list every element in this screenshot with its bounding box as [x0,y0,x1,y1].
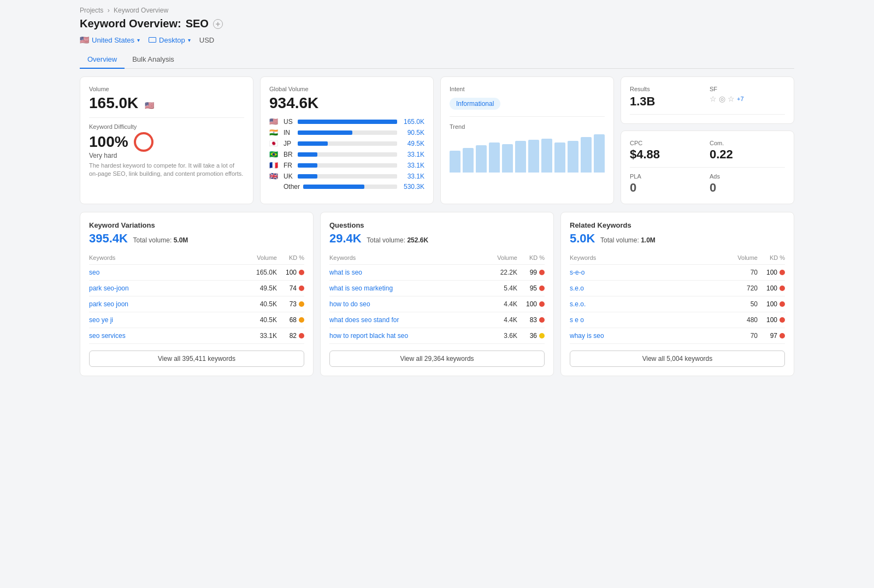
keyword-variations-card: Keyword Variations 395.4K Total volume: … [80,212,314,376]
row-kd: 99 [517,269,545,276]
q-total: 252.6K [407,236,428,244]
keyword-link[interactable]: what is seo [329,269,479,276]
country-row: 🇺🇸 US 165.0K [269,117,424,126]
table-row: s-e-o 70 100 [570,265,785,281]
keyword-link[interactable]: what does seo stand for [329,316,479,324]
q-view-all[interactable]: View all 29,364 keywords [329,351,545,367]
sf-icons: ☆ ◎ ☆ +7 [710,94,785,103]
q-count: 29.4K [329,231,362,245]
keyword-link[interactable]: seo services [89,332,239,340]
main-metrics-grid: Volume 165.0K 🇺🇸 Keyword Difficulty 100%… [80,76,794,204]
sf-more[interactable]: +7 [737,96,744,102]
table-row: what is seo 22.2K 99 [329,265,545,281]
right-metrics-column: Results 1.3B SF ☆ ◎ ☆ +7 [621,76,794,204]
rk-th-volume: Volume [719,254,758,261]
keyword-link[interactable]: s e o [570,316,719,324]
kd-dot [539,317,545,323]
device-selector[interactable]: Desktop ▾ [149,36,191,44]
country-selector[interactable]: 🇺🇸 United States ▾ [80,35,140,44]
table-row: seo ye ji 40.5K 68 [89,312,304,328]
keyword-link[interactable]: seo [89,269,239,276]
keyword-link[interactable]: s.e.o. [570,300,719,308]
q-th-keywords: Keywords [329,254,479,261]
keyword-link[interactable]: whay is seo [570,332,719,340]
toolbar: 🇺🇸 United States ▾ Desktop ▾ USD [80,35,794,44]
kd-dot [779,317,785,323]
sf-icon-3: ☆ [728,94,735,103]
keyword-link[interactable]: s.e.o [570,284,719,292]
global-volume-value: 934.6K [269,94,424,112]
kv-count: 395.4K [89,231,128,245]
keyword-link[interactable]: park seo joon [89,300,239,308]
table-row: seo 165.0K 100 [89,265,304,281]
country-row: 🇯🇵 JP 49.5K [269,139,424,147]
keyword-link[interactable]: park seo-joon [89,284,239,292]
bottom-grid: Keyword Variations 395.4K Total volume: … [80,212,794,376]
trend-bar [541,139,552,173]
keyword-link[interactable]: how to do seo [329,300,479,308]
breadcrumb-current: Keyword Overview [114,7,168,14]
kv-total: 5.0M [174,236,188,244]
intent-section: Intent Informational [450,86,605,117]
intent-badge: Informational [450,98,500,110]
keyword-link[interactable]: how to report black hat seo [329,332,479,340]
row-volume: 720 [719,284,758,292]
rk-th-keywords: Keywords [570,254,719,261]
rk-title: Related Keywords [570,221,785,229]
table-row: park seo joon 40.5K 73 [89,296,304,312]
trend-bar [594,134,605,173]
cpc-metrics-card: CPC $4.88 Com. 0.22 PLA 0 Ads [621,130,794,204]
row-kd: 100 [758,284,785,292]
row-volume: 4.4K [479,300,517,308]
trend-bar [568,141,578,173]
add-keyword-icon[interactable]: + [213,19,223,29]
cpc-value: $4.88 [630,147,705,162]
kv-view-all[interactable]: View all 395,411 keywords [89,351,304,367]
row-volume: 3.6K [479,332,517,340]
sf-label: SF [710,86,785,92]
row-volume: 5.4K [479,284,517,292]
trend-bar [515,141,526,173]
kd-dot [779,286,785,291]
tab-overview[interactable]: Overview [80,51,125,69]
table-row: how to do seo 4.4K 100 [329,296,545,312]
breadcrumb-parent[interactable]: Projects [80,7,103,14]
kv-table-header: Keywords Volume KD % [89,251,304,265]
trend-bar [554,142,565,173]
row-kd: 36 [517,332,545,340]
currency-label: USD [199,36,214,44]
sf-block: SF ☆ ◎ ☆ +7 [710,86,785,109]
sf-icon-1: ☆ [710,94,717,103]
device-chevron-icon: ▾ [188,37,191,43]
volume-label: Volume [89,86,244,92]
row-kd: 83 [517,316,545,324]
trend-bar [581,137,592,173]
row-volume: 165.0K [239,269,277,276]
row-volume: 480 [719,316,758,324]
row-volume: 40.5K [239,316,277,324]
kd-dot [539,301,545,307]
trend-bar [528,140,539,173]
keyword-link[interactable]: what is seo marketing [329,284,479,292]
q-th-volume: Volume [479,254,517,261]
ads-value: 0 [710,181,785,195]
table-row: s.e.o. 50 100 [570,296,785,312]
rk-view-all[interactable]: View all 5,004 keywords [570,351,785,367]
keyword-link[interactable]: s-e-o [570,269,719,276]
kd-dot [779,301,785,307]
kd-dot [299,317,304,323]
kd-dot [299,270,304,275]
tab-bulk-analysis[interactable]: Bulk Analysis [125,51,182,69]
row-kd: 100 [758,300,785,308]
row-volume: 40.5K [239,300,277,308]
trend-bar [489,142,500,173]
keyword-link[interactable]: seo ye ji [89,316,239,324]
trend-bars [450,134,605,173]
country-row: 🇮🇳 IN 90.5K [269,128,424,136]
page-title-prefix: Keyword Overview: [80,17,181,30]
row-kd: 73 [277,300,304,308]
row-volume: 70 [719,332,758,340]
results-sf-top: Results 1.3B SF ☆ ◎ ☆ +7 [630,86,785,115]
trend-section: Trend [450,123,605,173]
rk-rows: s-e-o 70 100 s.e.o 720 100 s.e.o. 50 100… [570,265,785,344]
